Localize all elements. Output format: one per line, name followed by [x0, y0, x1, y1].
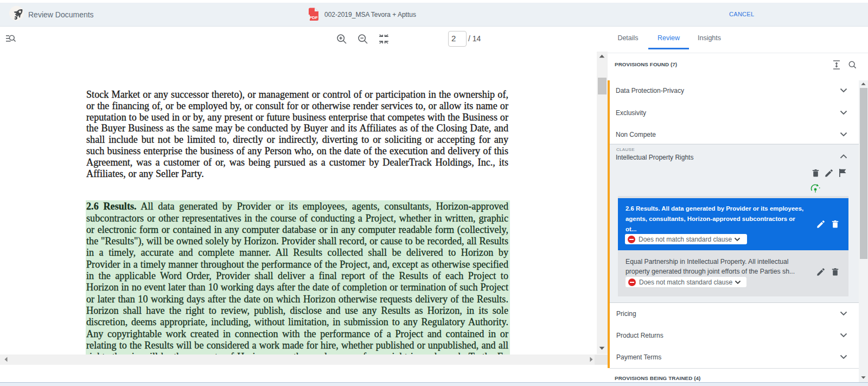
svg-text:PDF: PDF [309, 15, 318, 20]
